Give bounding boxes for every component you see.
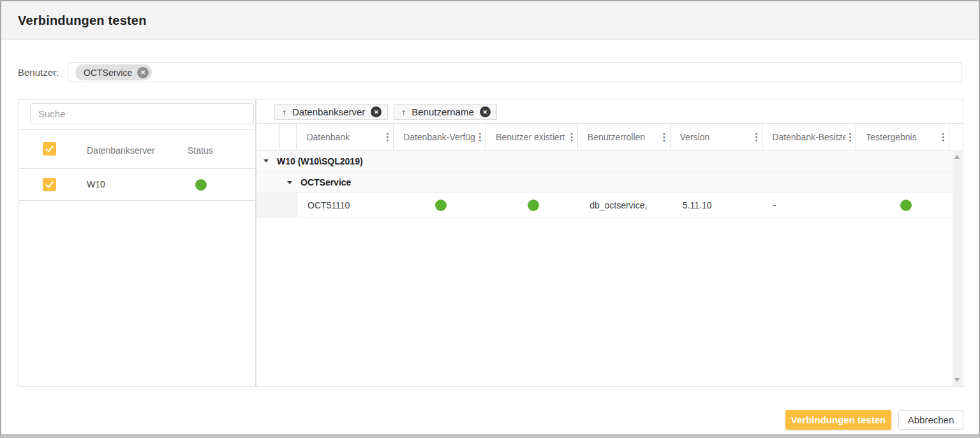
server-list-panel: Datenbankserver Status W10 [19,99,256,387]
collapse-triangle-icon[interactable] [264,159,269,163]
results-grid: Datenbankserver Benutzername Datenbank D… [256,99,963,387]
cell-datenbank-verfuegbarkeit [395,200,487,211]
column-menu-icon[interactable] [660,131,666,143]
cell-benutzerrollen: db_octservice, [579,200,672,210]
server-column-header: Datenbankserver [87,145,155,156]
expander-column-header [256,124,280,150]
group-row-server[interactable]: W10 (W10\SQL2019) [256,150,953,172]
user-chip[interactable]: OCTService [75,64,152,80]
group-chip-label: Benutzername [412,106,474,117]
scrollbar-spacer [949,124,963,150]
grid-header-row: Datenbank Datenbank-Verfügbarkeit Benutz… [256,123,963,150]
column-header-datenbank[interactable]: Datenbank [297,124,394,150]
column-header-benutzerrollen[interactable]: Benutzerrollen [578,124,671,150]
grid-body: W10 (W10\SQL2019) OCTService OCT51110 db… [256,150,953,217]
vertical-scrollbar[interactable] [953,151,962,386]
scroll-down-icon[interactable] [954,378,960,382]
connections-test-dialog: Verbindungen testen Benutzer: OCTService… [0,0,980,438]
column-menu-icon[interactable] [939,131,945,143]
sort-asc-icon [401,106,406,117]
server-name: W10 [87,179,105,189]
group-remove-icon[interactable] [480,106,491,117]
server-row[interactable]: W10 [19,169,255,201]
column-menu-icon[interactable] [845,131,852,143]
column-header-version[interactable]: Version [671,124,763,150]
group-chip-datenbankserver[interactable]: Datenbankserver [274,104,388,120]
status-ok-dot [528,200,539,211]
page-title: Verbindungen testen [18,13,147,28]
test-connections-button[interactable]: Verbindungen testen [785,410,891,430]
column-menu-icon[interactable] [475,131,482,143]
user-field-label: Benutzer: [18,67,59,78]
status-ok-dot [435,200,447,211]
expander-column-header [280,124,297,150]
cancel-button[interactable]: Abbrechen [898,410,963,430]
group-indent-cell [256,193,297,217]
status-column-header: Status [188,145,213,156]
select-all-checkbox[interactable] [43,142,56,156]
cell-benutzer-existiert [487,200,579,211]
group-row-label: W10 (W10\SQL2019) [277,156,363,166]
status-ok-dot [900,200,912,211]
server-status-ok-dot [195,179,207,191]
scroll-up-icon[interactable] [954,155,960,159]
search-input[interactable] [30,103,254,124]
group-panel: Datenbankserver Benutzername [256,100,963,123]
sort-asc-icon [282,106,286,117]
table-row[interactable]: OCT51110 db_octservice, 5.11.10 - [256,193,953,217]
server-row-checkbox[interactable] [43,178,56,191]
user-chip-label: OCTService [84,68,132,78]
column-menu-icon[interactable] [383,131,389,143]
cell-testergebnis [859,200,953,211]
column-menu-icon[interactable] [752,131,758,143]
column-header-datenbank-besitzer[interactable]: Datenbank-Besitzer [762,124,856,150]
collapse-triangle-icon[interactable] [287,181,292,184]
cell-datenbank: OCT51110 [297,200,395,210]
group-remove-icon[interactable] [371,106,382,117]
user-tag-input[interactable]: OCTService [68,62,962,82]
column-header-testergebnis[interactable]: Testergebnis [856,124,949,150]
chip-remove-icon[interactable] [137,67,149,78]
group-chip-label: Datenbankserver [292,106,365,117]
dialog-titlebar: Verbindungen testen [1,1,979,40]
column-header-datenbank-verfuegbarkeit[interactable]: Datenbank-Verfügbarkeit [394,124,486,150]
cell-datenbank-besitzer: - [766,200,859,210]
column-menu-icon[interactable] [567,131,574,143]
group-row-user[interactable]: OCTService [256,172,953,193]
server-list-header: Datenbankserver Status [19,129,255,169]
group-chip-benutzername[interactable]: Benutzername [394,104,497,120]
cell-version: 5.11.10 [672,200,766,210]
column-header-benutzer-existiert[interactable]: Benutzer existiert [486,124,578,150]
group-row-label: OCTService [301,177,351,187]
